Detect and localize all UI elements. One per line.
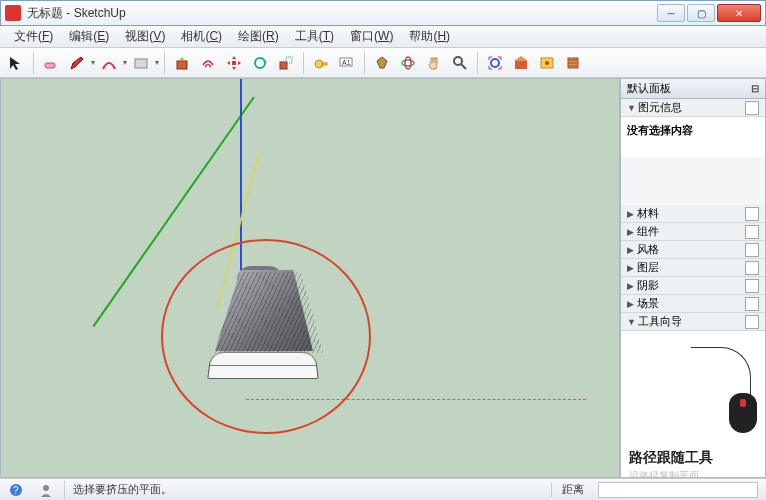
svg-rect-5 bbox=[280, 62, 287, 69]
offset-tool[interactable] bbox=[196, 51, 220, 75]
model-object[interactable] bbox=[213, 264, 328, 379]
rotate-tool[interactable] bbox=[248, 51, 272, 75]
instructor-subtitle: 沿路径复制平面。 bbox=[629, 469, 757, 477]
close-button[interactable]: ✕ bbox=[717, 4, 761, 22]
zoomext-tool[interactable] bbox=[483, 51, 507, 75]
menu-tools[interactable]: 工具(T) bbox=[287, 26, 342, 47]
instructor-image bbox=[629, 341, 759, 441]
3d-viewport[interactable] bbox=[0, 78, 620, 478]
panel-layers[interactable]: ▶ 图层 bbox=[621, 259, 765, 277]
no-selection-text: 没有选择内容 bbox=[627, 123, 759, 138]
tray-header[interactable]: 默认面板 ⊟ bbox=[621, 79, 765, 99]
svg-rect-0 bbox=[45, 63, 55, 68]
svg-rect-1 bbox=[135, 59, 147, 68]
menu-bar: 文件(F) 编辑(E) 视图(V) 相机(C) 绘图(R) 工具(T) 窗口(W… bbox=[0, 26, 766, 48]
status-help-icon[interactable]: ? bbox=[8, 482, 24, 498]
zoom-tool[interactable] bbox=[448, 51, 472, 75]
tray-pin-icon[interactable]: ⊟ bbox=[751, 83, 759, 94]
instructor-tool-name: 路径跟随工具 bbox=[629, 449, 757, 467]
app-icon bbox=[5, 5, 21, 21]
svg-rect-8 bbox=[322, 63, 327, 65]
entity-info-content: 没有选择内容 bbox=[621, 117, 765, 157]
select-tool[interactable] bbox=[4, 51, 28, 75]
svg-text:?: ? bbox=[13, 485, 19, 496]
panel-components[interactable]: ▶ 组件 bbox=[621, 223, 765, 241]
shapes-tool[interactable] bbox=[129, 51, 153, 75]
pencil-tool[interactable] bbox=[65, 51, 89, 75]
svg-point-4 bbox=[255, 58, 265, 68]
panel-shadows[interactable]: ▶ 阴影 bbox=[621, 277, 765, 295]
panel-scenes[interactable]: ▶ 场景 bbox=[621, 295, 765, 313]
svg-line-14 bbox=[461, 64, 466, 69]
maximize-button[interactable]: ▢ bbox=[687, 4, 715, 22]
ext-tool[interactable] bbox=[535, 51, 559, 75]
warehouse-tool[interactable] bbox=[509, 51, 533, 75]
arc-tool[interactable] bbox=[97, 51, 121, 75]
distance-label: 距离 bbox=[551, 482, 594, 497]
svg-text:A1: A1 bbox=[342, 59, 351, 66]
default-tray: 默认面板 ⊟ ▼ 图元信息 没有选择内容 ▶ 材料 ▶ 组件 ▶ 风格 ▶ 图层… bbox=[620, 78, 766, 478]
panel-material[interactable]: ▶ 材料 bbox=[621, 205, 765, 223]
svg-rect-16 bbox=[515, 61, 527, 69]
menu-file[interactable]: 文件(F) bbox=[6, 26, 61, 47]
pushpull-tool[interactable] bbox=[170, 51, 194, 75]
tray-title: 默认面板 bbox=[627, 81, 671, 96]
panel-styles[interactable]: ▶ 风格 bbox=[621, 241, 765, 259]
work-area: 默认面板 ⊟ ▼ 图元信息 没有选择内容 ▶ 材料 ▶ 组件 ▶ 风格 ▶ 图层… bbox=[0, 78, 766, 478]
text-tool[interactable]: A1 bbox=[335, 51, 359, 75]
tape-tool[interactable] bbox=[309, 51, 333, 75]
status-bar: ? 选择要挤压的平面。 距离 bbox=[0, 478, 766, 500]
menu-window[interactable]: 窗口(W) bbox=[342, 26, 401, 47]
panel-instructor[interactable]: ▼ 工具向导 bbox=[621, 313, 765, 331]
menu-edit[interactable]: 编辑(E) bbox=[61, 26, 117, 47]
svg-point-22 bbox=[43, 485, 49, 491]
menu-draw[interactable]: 绘图(R) bbox=[230, 26, 287, 47]
svg-rect-3 bbox=[232, 61, 236, 65]
close-panel-icon[interactable] bbox=[745, 101, 759, 115]
menu-help[interactable]: 帮助(H) bbox=[401, 26, 458, 47]
main-toolbar: ▾ ▾ ▾ A1 bbox=[0, 48, 766, 78]
lib-tool[interactable] bbox=[561, 51, 585, 75]
svg-point-12 bbox=[405, 57, 411, 69]
menu-camera[interactable]: 相机(C) bbox=[173, 26, 230, 47]
svg-rect-2 bbox=[177, 61, 187, 69]
pan-tool[interactable] bbox=[422, 51, 446, 75]
menu-view[interactable]: 视图(V) bbox=[117, 26, 173, 47]
svg-point-18 bbox=[545, 61, 549, 65]
window-titlebar: 无标题 - SketchUp ─ ▢ ✕ bbox=[0, 0, 766, 26]
panel-entity-info[interactable]: ▼ 图元信息 bbox=[621, 99, 765, 117]
move-tool[interactable] bbox=[222, 51, 246, 75]
minimize-button[interactable]: ─ bbox=[657, 4, 685, 22]
status-hint: 选择要挤压的平面。 bbox=[69, 482, 172, 497]
window-title: 无标题 - SketchUp bbox=[27, 5, 126, 22]
scale-tool[interactable] bbox=[274, 51, 298, 75]
paint-tool[interactable] bbox=[370, 51, 394, 75]
status-user-icon[interactable] bbox=[38, 482, 54, 498]
svg-point-13 bbox=[454, 57, 462, 65]
svg-point-11 bbox=[402, 60, 414, 66]
svg-point-15 bbox=[491, 59, 499, 67]
distance-input[interactable] bbox=[598, 482, 758, 498]
instructor-content: 路径跟随工具 沿路径复制平面。 工具操作 找到要修改的几何图形的边线，此边线就是… bbox=[621, 331, 765, 477]
eraser-tool[interactable] bbox=[39, 51, 63, 75]
orbit-tool[interactable] bbox=[396, 51, 420, 75]
window-controls: ─ ▢ ✕ bbox=[657, 4, 761, 22]
